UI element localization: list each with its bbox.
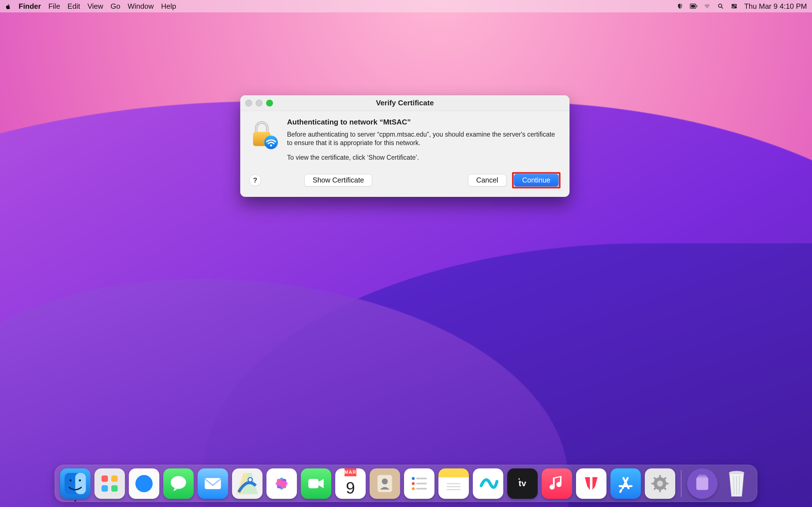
privacy-indicator-icon[interactable] (676, 3, 684, 9)
dock-app-music[interactable] (542, 468, 572, 499)
svg-point-37 (382, 478, 388, 485)
svg-rect-35 (308, 479, 319, 488)
running-indicator (74, 500, 76, 502)
svg-text:tv: tv (519, 478, 526, 488)
svg-rect-39 (416, 478, 427, 480)
svg-rect-58 (696, 477, 708, 490)
svg-rect-59 (698, 476, 707, 478)
svg-point-4 (733, 4, 733, 5)
show-certificate-button[interactable]: Show Certificate (305, 174, 372, 186)
svg-point-26 (248, 478, 252, 482)
dock-app-notes[interactable] (439, 468, 469, 499)
spotlight-search-icon[interactable] (717, 3, 724, 9)
dock-app-launchpad[interactable] (94, 468, 125, 499)
menu-window[interactable]: Window (128, 2, 154, 11)
menu-bar-clock[interactable]: Thu Mar 9 4:10 PM (744, 2, 807, 11)
menu-edit[interactable]: Edit (67, 2, 80, 11)
svg-rect-15 (111, 475, 118, 482)
dock: MAR 9 tv (55, 465, 757, 502)
svg-rect-14 (101, 475, 108, 482)
svg-point-40 (412, 482, 415, 485)
menu-bar: Finder File Edit View Go Window Help Thu… (0, 0, 812, 12)
svg-point-22 (171, 476, 186, 489)
dialog-body-text-1: Before authenticating to server “cppm.mt… (287, 130, 558, 147)
dock-app-tv[interactable]: tv (507, 468, 538, 499)
dock-downloads-stack[interactable] (687, 468, 718, 499)
menu-view[interactable]: View (87, 2, 103, 11)
dialog-body-text-2: To view the certificate, click ‘Show Cer… (287, 154, 558, 162)
dock-app-reminders[interactable] (404, 468, 435, 499)
calendar-month-label: MAR (345, 468, 356, 476)
svg-point-1 (719, 4, 722, 7)
dock-app-facetime[interactable] (301, 468, 331, 499)
svg-point-12 (70, 480, 72, 482)
dialog-titlebar[interactable]: Verify Certificate (240, 95, 569, 111)
svg-rect-16 (101, 485, 108, 492)
svg-point-9 (270, 145, 272, 147)
svg-rect-17 (111, 485, 118, 492)
svg-rect-11 (75, 473, 86, 494)
desktop-wallpaper (0, 0, 812, 507)
svg-rect-45 (447, 486, 460, 487)
svg-line-2 (721, 7, 723, 9)
verify-certificate-dialog: Verify Certificate (240, 95, 569, 197)
svg-line-62 (733, 476, 734, 495)
dock-app-safari[interactable] (129, 468, 159, 499)
svg-rect-51 (659, 489, 661, 492)
dock-app-news[interactable] (576, 468, 606, 499)
svg-point-0 (707, 8, 708, 8)
dock-app-freeform[interactable] (473, 468, 503, 499)
dock-app-appstore[interactable] (610, 468, 641, 499)
calendar-day-label: 9 (346, 476, 355, 499)
cancel-button[interactable]: Cancel (468, 174, 506, 186)
svg-rect-53 (666, 483, 669, 485)
dock-app-messages[interactable] (163, 468, 194, 499)
svg-rect-23 (205, 478, 221, 489)
svg-point-38 (412, 477, 415, 480)
svg-point-6 (735, 7, 736, 8)
svg-point-49 (657, 481, 663, 487)
apple-menu-icon[interactable] (5, 3, 11, 9)
menu-help[interactable]: Help (161, 2, 176, 11)
dialog-title: Verify Certificate (376, 99, 434, 107)
svg-rect-41 (416, 483, 427, 485)
dock-separator (681, 470, 681, 497)
certificate-wifi-lock-icon (248, 119, 279, 151)
dock-app-contacts[interactable] (370, 468, 400, 499)
svg-rect-44 (447, 483, 460, 484)
continue-button-highlight: Continue (512, 172, 560, 188)
help-button[interactable]: ? (249, 174, 261, 186)
wifi-icon[interactable] (703, 3, 711, 9)
menu-file[interactable]: File (48, 2, 60, 11)
svg-line-64 (739, 476, 740, 495)
svg-rect-60 (699, 474, 706, 476)
dialog-heading: Authenticating to network “MtSAC” (287, 118, 558, 126)
window-minimize-button (256, 100, 262, 107)
battery-icon[interactable] (690, 3, 697, 9)
svg-rect-43 (416, 488, 427, 490)
window-zoom-button[interactable] (266, 100, 273, 107)
menu-go[interactable]: Go (110, 2, 120, 11)
dock-app-photos[interactable] (266, 468, 297, 499)
dock-trash[interactable] (721, 468, 752, 499)
svg-point-42 (412, 487, 415, 490)
svg-point-13 (79, 480, 81, 482)
dock-app-finder[interactable] (60, 468, 91, 499)
svg-rect-52 (652, 483, 655, 485)
continue-button[interactable]: Continue (514, 174, 559, 186)
dock-app-calendar[interactable]: MAR 9 (335, 468, 366, 499)
active-app-name[interactable]: Finder (18, 2, 41, 11)
dock-app-mail[interactable] (198, 468, 228, 499)
dock-app-maps[interactable] (232, 468, 262, 499)
svg-rect-46 (447, 489, 460, 490)
window-close-button (245, 100, 252, 107)
dock-app-system-settings[interactable] (645, 468, 675, 499)
control-center-icon[interactable] (730, 3, 738, 9)
svg-rect-50 (659, 475, 661, 478)
